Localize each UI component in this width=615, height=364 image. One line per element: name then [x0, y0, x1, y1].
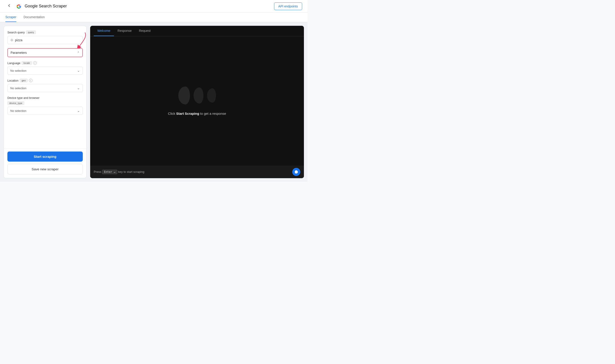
device-badge: device_type: [7, 101, 24, 105]
device-dropdown[interactable]: No selection ⌄: [7, 107, 83, 115]
language-info-icon[interactable]: i: [33, 61, 37, 65]
tab-documentation[interactable]: Documentation: [24, 13, 45, 22]
start-scraping-button[interactable]: Start scraping: [7, 152, 83, 162]
language-group: Language locale i No selection ⌄: [7, 61, 83, 75]
device-chevron-icon: ⌄: [77, 109, 80, 113]
location-selection: No selection: [10, 87, 27, 90]
language-chevron-icon: ⌄: [77, 69, 80, 72]
location-label: Location: [7, 79, 18, 82]
header-left: Google Search Scraper: [5, 3, 67, 10]
search-input-wrap[interactable]: ⊕: [7, 36, 83, 44]
save-scraper-button[interactable]: Save new scraper: [7, 164, 83, 174]
parameters-header[interactable]: Parameters ⌃: [7, 48, 83, 57]
device-label: Device type and browser: [7, 96, 40, 100]
welcome-prefix: Click: [168, 112, 176, 116]
device-selection: No selection: [10, 109, 27, 113]
tab-request[interactable]: Request: [135, 26, 154, 36]
top-tabs: Scraper Documentation: [0, 13, 308, 22]
header: Google Search Scraper API endpoints: [0, 0, 308, 13]
inner-tabs: Welcome Response Request: [90, 26, 304, 36]
enter-badge: Enter ↵: [102, 170, 118, 174]
left-panel-inner: Search query query ⊕: [4, 26, 86, 149]
parameters-label: Parameters: [11, 51, 27, 54]
search-query-badge: query: [26, 30, 36, 34]
search-query-label: Search query: [7, 31, 25, 34]
device-badge-label: device_type: [7, 101, 83, 105]
chevron-up-icon: ⌃: [77, 51, 80, 54]
main-layout: Search query query ⊕: [0, 22, 308, 182]
header-title: Google Search Scraper: [25, 4, 67, 9]
params-section: Parameters ⌃: [7, 48, 83, 57]
back-button[interactable]: [5, 3, 13, 10]
tab-scraper[interactable]: Scraper: [5, 13, 16, 22]
language-selection: No selection: [10, 69, 27, 72]
search-input[interactable]: [15, 38, 80, 42]
drag-icon: ⊕: [10, 38, 13, 42]
press-enter-text: Press Enter ↵ key to start scraping: [94, 170, 144, 174]
location-group: Location geo i No selection ⌄: [7, 79, 83, 92]
location-label-group: Location geo i: [7, 79, 83, 82]
api-endpoints-button[interactable]: API endpoints: [274, 2, 302, 10]
right-panel: Welcome Response Request Click Start Scr…: [90, 26, 304, 178]
welcome-message: Click Start Scraping to get a response: [168, 112, 226, 116]
location-chevron-icon: ⌄: [77, 86, 80, 90]
left-panel: Search query query ⊕: [4, 26, 87, 178]
left-panel-footer: Start scraping Save new scraper: [4, 149, 86, 178]
chat-button[interactable]: [292, 168, 300, 176]
shape-3: [207, 88, 216, 103]
press-label: Press: [94, 170, 101, 173]
language-label-group: Language locale i: [7, 61, 83, 65]
tab-response[interactable]: Response: [114, 26, 135, 36]
search-query-label-group: Search query query: [7, 30, 83, 34]
google-logo-icon: [16, 3, 22, 9]
language-badge: locale: [22, 61, 32, 65]
bottom-bar: Press Enter ↵ key to start scraping: [90, 166, 304, 178]
welcome-content: Click Start Scraping to get a response: [90, 36, 304, 166]
device-group: Device type and browser device_type No s…: [7, 96, 83, 115]
decorative-shapes: [178, 87, 216, 104]
device-label-group: Device type and browser: [7, 96, 83, 100]
shape-1: [178, 87, 190, 104]
location-info-icon[interactable]: i: [29, 79, 33, 82]
welcome-bold: Start Scraping: [176, 112, 199, 116]
chat-icon: [294, 170, 298, 174]
shape-2: [194, 87, 203, 104]
welcome-suffix: to get a response: [199, 112, 226, 116]
language-dropdown[interactable]: No selection ⌄: [7, 66, 83, 75]
location-dropdown[interactable]: No selection ⌄: [7, 84, 83, 92]
location-badge: geo: [20, 79, 27, 82]
tab-welcome[interactable]: Welcome: [94, 26, 114, 36]
key-label: key to start scraping: [118, 170, 144, 173]
language-label: Language: [7, 61, 20, 65]
